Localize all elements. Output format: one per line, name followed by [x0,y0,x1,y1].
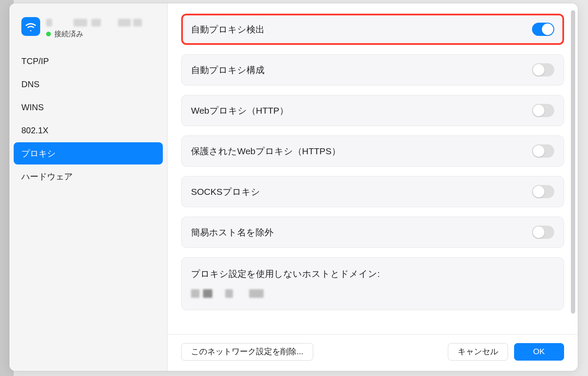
connection-status: 接続済み [46,29,142,39]
main-panel: 自動プロキシ検出 自動プロキシ構成 Webプロキシ（HTTP） 保護されたWeb… [168,3,578,371]
footer-button-group: キャンセル OK [448,343,564,361]
proxy-scroll-area: 自動プロキシ検出 自動プロキシ構成 Webプロキシ（HTTP） 保護されたWeb… [168,3,578,334]
network-settings-dialog: 接続済み TCP/IP DNS WINS 802.1X プロキシ ハードウェア … [9,3,578,371]
ssid-redacted [46,19,142,26]
sidebar-nav: TCP/IP DNS WINS 802.1X プロキシ ハードウェア [9,49,167,189]
row-label: 保護されたWebプロキシ（HTTPS） [191,145,341,157]
sidebar-item-hardware[interactable]: ハードウェア [14,165,163,188]
sidebar-item-proxy[interactable]: プロキシ [14,142,163,164]
toggle-socks-proxy[interactable] [532,185,554,198]
toggle-auto-proxy-discovery[interactable] [532,23,554,36]
ok-button[interactable]: OK [514,343,564,361]
status-dot-icon [46,32,51,36]
connection-header: 接続済み [9,11,167,49]
toggle-web-proxy-https[interactable] [532,144,554,158]
row-socks-proxy[interactable]: SOCKSプロキシ [181,176,564,207]
toggle-auto-proxy-config[interactable] [532,63,554,76]
sidebar-item-8021x[interactable]: 802.1X [14,119,163,141]
row-label: 自動プロキシ検出 [191,24,265,35]
sidebar-item-wins[interactable]: WINS [14,96,163,118]
row-web-proxy-http[interactable]: Webプロキシ（HTTP） [181,95,564,126]
row-auto-proxy-discovery[interactable]: 自動プロキシ検出 [181,14,564,45]
row-label: Webプロキシ（HTTP） [191,105,288,117]
row-exclude-simple-hostnames[interactable]: 簡易ホスト名を除外 [181,217,564,248]
bypass-section: プロキシ設定を使用しないホストとドメイン: [181,257,564,310]
sidebar-item-tcpip[interactable]: TCP/IP [14,50,163,72]
bypass-label: プロキシ設定を使用しないホストとドメイン: [191,268,554,280]
toggle-exclude-simple-hostnames[interactable] [532,226,554,239]
cancel-button[interactable]: キャンセル [448,343,508,361]
sidebar-item-dns[interactable]: DNS [14,73,163,95]
forget-network-button[interactable]: このネットワーク設定を削除... [181,343,313,361]
connection-info: 接続済み [46,17,142,39]
status-label: 接続済み [54,29,83,39]
row-label: 自動プロキシ構成 [191,64,265,76]
bypass-values-redacted[interactable] [191,289,554,298]
row-auto-proxy-config[interactable]: 自動プロキシ構成 [181,54,564,85]
row-label: 簡易ホスト名を除外 [191,226,273,238]
sidebar: 接続済み TCP/IP DNS WINS 802.1X プロキシ ハードウェア [9,3,168,371]
row-web-proxy-https[interactable]: 保護されたWebプロキシ（HTTPS） [181,135,564,167]
toggle-web-proxy-http[interactable] [532,104,554,117]
scrollbar[interactable] [571,10,575,314]
wifi-icon [21,17,40,36]
dialog-footer: このネットワーク設定を削除... キャンセル OK [168,334,578,371]
row-label: SOCKSプロキシ [191,186,260,198]
